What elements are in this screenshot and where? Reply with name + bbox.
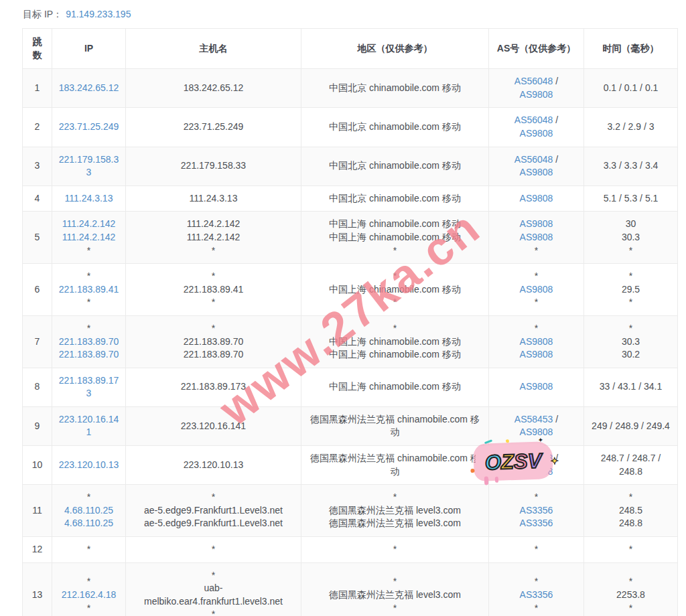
sticker-letter: V: [527, 449, 542, 473]
cell-line: 221.183.89.173: [136, 380, 291, 394]
cell-line: 中国北京 chinamobile.com 移动: [307, 159, 483, 173]
asn-cell: AS9808AS9808*: [489, 212, 584, 264]
asn-cell: AS9808: [489, 368, 584, 406]
asn-cell: *AS9808*: [489, 264, 584, 316]
ip-link[interactable]: 221.179.158.33: [59, 154, 119, 178]
asn-link[interactable]: AS9808: [520, 232, 553, 242]
cell-line: 30.2: [590, 348, 672, 362]
cell-line: *: [499, 575, 574, 589]
latency-cell: *: [584, 537, 678, 563]
latency-cell: 249 / 248.9 / 249.4: [584, 406, 678, 445]
ip-link[interactable]: 221.183.89.41: [59, 284, 119, 295]
cell-line: 4.68.110.25: [58, 517, 120, 530]
cell-line: 5.1 / 5.3 / 5.1: [590, 192, 672, 206]
cell-line: *: [590, 322, 672, 335]
ip-cell: 111.24.3.13: [52, 185, 126, 212]
asn-link[interactable]: AS56048: [514, 154, 553, 165]
cell-line: 111.24.3.13: [58, 192, 120, 206]
latency-cell: 5.1 / 5.3 / 5.1: [584, 185, 678, 212]
asn-cell: AS58453 / AS9808: [489, 406, 584, 445]
asn-link[interactable]: AS9808: [520, 336, 553, 347]
asn-link[interactable]: AS58453: [514, 414, 553, 425]
ip-link[interactable]: 183.242.65.12: [59, 82, 119, 93]
column-header-asn: AS号（仅供参考）: [489, 29, 584, 69]
cell-line: *: [307, 602, 483, 615]
asn-link[interactable]: AS9808: [520, 167, 553, 177]
hostname-cell: *uab-melbiko.ear4.frankfurt1.level3.net*: [126, 562, 301, 616]
ip-link[interactable]: 221.183.89.70: [59, 349, 119, 360]
column-header-region: 地区（仅供参考）: [301, 29, 489, 69]
region-cell: 中国北京 chinamobile.com 移动: [301, 108, 489, 147]
ip-link[interactable]: 111.24.2.142: [62, 218, 116, 229]
table-row: 2223.71.25.249223.71.25.249中国北京 chinamob…: [23, 108, 678, 147]
cell-line: *: [58, 244, 120, 258]
hop-cell: 11: [23, 485, 52, 537]
asn-link[interactable]: AS3356: [520, 589, 553, 600]
latency-cell: 0.1 / 0.1 / 0.1: [584, 69, 678, 108]
cell-line: AS3356: [499, 517, 574, 530]
cell-line: 中国上海 chinamobile.com 移动: [307, 335, 483, 349]
target-ip-line: 目标 IP：91.149.233.195: [23, 9, 686, 21]
ip-cell: *221.183.89.70221.183.89.70: [52, 315, 126, 368]
target-ip-label: 目标 IP：: [23, 9, 62, 19]
cell-line: *: [499, 543, 574, 556]
hop-cell: 5: [23, 212, 52, 264]
ip-cell: 223.71.25.249: [52, 108, 126, 147]
ip-link[interactable]: 223.120.16.141: [59, 414, 119, 438]
cell-line: AS9808: [499, 283, 574, 297]
cell-line: 中国北京 chinamobile.com 移动: [307, 192, 483, 206]
hostname-cell: 221.183.89.173: [126, 368, 301, 406]
ip-link[interactable]: 111.24.2.142: [62, 232, 116, 242]
table-row: 1183.242.65.12183.242.65.12中国北京 chinamob…: [23, 69, 678, 108]
ip-link[interactable]: 223.71.25.249: [59, 121, 119, 132]
cell-line: 248.5: [590, 504, 672, 518]
ip-link[interactable]: 4.68.110.25: [64, 505, 113, 516]
asn-link[interactable]: AS56048: [514, 114, 553, 125]
asn-link[interactable]: AS3356: [520, 518, 553, 528]
asn-link[interactable]: AS9808: [520, 349, 553, 360]
asn-link[interactable]: AS9808: [520, 218, 553, 229]
ip-link[interactable]: 111.24.3.13: [65, 193, 113, 204]
ip-link[interactable]: 221.183.89.173: [59, 375, 119, 399]
cell-line: ae-5.edge9.Frankfurt1.Level3.net: [136, 517, 291, 530]
sticker-letter: O: [484, 450, 501, 474]
hop-cell: 6: [23, 264, 52, 316]
hostname-cell: 223.120.10.13: [126, 446, 301, 485]
ip-cell: *221.183.89.41*: [52, 264, 126, 316]
cell-line: *: [590, 602, 672, 615]
hostname-cell: 183.242.65.12: [126, 69, 301, 108]
cell-line: *: [58, 543, 120, 556]
asn-link[interactable]: AS3356: [520, 505, 553, 516]
asn-link[interactable]: AS9808: [520, 193, 553, 204]
asn-link[interactable]: AS9808: [520, 128, 553, 139]
asn-link[interactable]: AS56048: [514, 76, 553, 86]
ip-link[interactable]: 4.68.110.25: [64, 518, 113, 528]
cell-line: 183.242.65.12: [136, 82, 291, 95]
cell-line: 德国黑森州法兰克福 level3.com: [307, 504, 483, 518]
column-header-latency: 时间（毫秒）: [584, 29, 678, 69]
cell-line: AS9808: [499, 348, 574, 362]
cell-line: *: [58, 296, 120, 309]
asn-link[interactable]: AS9808: [520, 427, 553, 437]
table-row: 5111.24.2.142111.24.2.142*111.24.2.14211…: [23, 212, 678, 264]
cell-line: *: [590, 491, 672, 504]
ip-link[interactable]: 223.120.10.13: [59, 459, 119, 470]
header-row: 跳数 IP 主机名 地区（仅供参考） AS号（仅供参考） 时间（毫秒）: [23, 29, 678, 69]
asn-link[interactable]: AS9808: [520, 89, 553, 100]
hostname-cell: *ae-5.edge9.Frankfurt1.Level3.netae-5.ed…: [126, 485, 301, 537]
ip-cell: 223.120.10.13: [52, 446, 126, 485]
cell-line: 111.24.3.13: [136, 192, 291, 206]
ip-link[interactable]: 221.183.89.70: [59, 336, 119, 347]
cell-line: *: [307, 575, 483, 589]
region-cell: 中国北京 chinamobile.com 移动: [301, 185, 489, 212]
asn-link[interactable]: AS9808: [520, 381, 553, 392]
asn-link[interactable]: AS9808: [520, 284, 553, 295]
table-row: 11*4.68.110.254.68.110.25*ae-5.edge9.Fra…: [23, 485, 678, 537]
target-ip-link[interactable]: 91.149.233.195: [66, 9, 131, 19]
region-cell: 中国北京 chinamobile.com 移动: [301, 147, 489, 185]
hostname-cell: *221.183.89.70221.183.89.70: [126, 315, 301, 368]
table-header: 跳数 IP 主机名 地区（仅供参考） AS号（仅供参考） 时间（毫秒）: [23, 29, 678, 69]
table-row: 13*212.162.4.18**uab-melbiko.ear4.frankf…: [23, 562, 678, 616]
cell-line: *: [136, 608, 291, 616]
ip-link[interactable]: 212.162.4.18: [62, 589, 117, 600]
